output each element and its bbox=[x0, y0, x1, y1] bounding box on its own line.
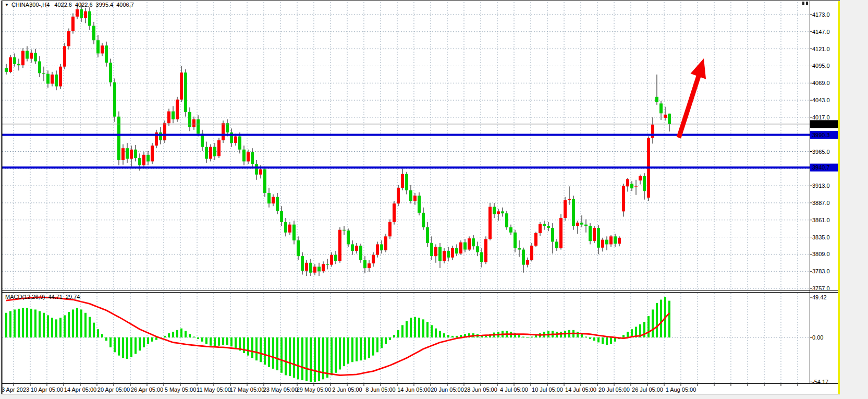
ohlc-close: 4006.7 bbox=[116, 2, 134, 8]
chart-title: ▼CHINA300-,H44022.64022.63995.44006.7 bbox=[5, 2, 137, 8]
chart-window: 4173.04147.04121.04095.04069.04043.04017… bbox=[0, 0, 868, 399]
svg-text:3861.0: 3861.0 bbox=[812, 217, 830, 223]
svg-text:20 Jun 05:00: 20 Jun 05:00 bbox=[431, 386, 464, 393]
svg-text:4043.0: 4043.0 bbox=[812, 97, 830, 103]
svg-text:49.42: 49.42 bbox=[812, 294, 827, 300]
svg-text:1 Aug 05:00: 1 Aug 05:00 bbox=[666, 386, 696, 393]
svg-text:8 Jun 05:00: 8 Jun 05:00 bbox=[365, 386, 396, 393]
svg-text:14 Jul 05:00: 14 Jul 05:00 bbox=[565, 386, 596, 393]
svg-text:20 Apr 05:00: 20 Apr 05:00 bbox=[97, 386, 130, 393]
svg-text:4006.7: 4006.7 bbox=[812, 121, 830, 127]
svg-text:3 Apr 2023: 3 Apr 2023 bbox=[2, 386, 29, 393]
current-price-box: 4006.7 bbox=[810, 120, 838, 128]
svg-text:20 Jul 05:00: 20 Jul 05:00 bbox=[598, 386, 630, 393]
svg-text:4095.0: 4095.0 bbox=[812, 63, 830, 69]
svg-text:28 Jun 05:00: 28 Jun 05:00 bbox=[464, 386, 497, 393]
level-price-box-3940.7: 3940.7 bbox=[810, 164, 838, 172]
svg-text:3809.0: 3809.0 bbox=[812, 251, 830, 257]
ohlc-high: 4022.6 bbox=[75, 2, 93, 8]
macd-indicator-label: MACD(12,26,9)44.7129.74 bbox=[5, 294, 83, 300]
svg-text:3913.0: 3913.0 bbox=[812, 183, 830, 189]
active-window-edge bbox=[838, 1, 840, 394]
svg-text:3783.0: 3783.0 bbox=[812, 268, 830, 274]
svg-text:14 Apr 05:00: 14 Apr 05:00 bbox=[64, 386, 96, 393]
svg-text:4173.0: 4173.0 bbox=[812, 11, 830, 18]
svg-text:2 Jun 05:00: 2 Jun 05:00 bbox=[332, 386, 362, 393]
svg-text:29 May 05:00: 29 May 05:00 bbox=[297, 386, 332, 393]
svg-text:4 Jul 05:00: 4 Jul 05:00 bbox=[500, 386, 528, 393]
svg-text:10 Apr 05:00: 10 Apr 05:00 bbox=[31, 386, 63, 393]
svg-text:3835.0: 3835.0 bbox=[812, 234, 830, 240]
svg-text:4069.0: 4069.0 bbox=[812, 80, 830, 86]
svg-text:26 Apr 05:00: 26 Apr 05:00 bbox=[131, 386, 163, 393]
macd-value-main: 44.71 bbox=[48, 294, 63, 300]
macd-value-signal: 29.74 bbox=[66, 294, 80, 300]
svg-text:4121.0: 4121.0 bbox=[812, 46, 830, 52]
svg-text:4147.0: 4147.0 bbox=[812, 29, 830, 35]
svg-text:3757.0: 3757.0 bbox=[812, 285, 830, 292]
svg-text:11 May 05:00: 11 May 05:00 bbox=[197, 386, 231, 393]
svg-text:14 Jun 05:00: 14 Jun 05:00 bbox=[397, 386, 431, 393]
svg-text:4017.0: 4017.0 bbox=[812, 114, 830, 120]
svg-text:23 May 05:00: 23 May 05:00 bbox=[263, 386, 298, 393]
svg-text:3990.3: 3990.3 bbox=[812, 132, 830, 138]
macd-name: MACD(12,26,9) bbox=[5, 294, 45, 300]
svg-text:5 May 05:00: 5 May 05:00 bbox=[165, 386, 197, 393]
symbol-dropdown-icon[interactable]: ▼ bbox=[5, 3, 9, 7]
svg-text:-54.17: -54.17 bbox=[812, 379, 828, 385]
chart-canvas[interactable]: 4173.04147.04121.04095.04069.04043.04017… bbox=[0, 0, 868, 399]
svg-text:3940.7: 3940.7 bbox=[812, 164, 830, 171]
svg-text:0.00: 0.00 bbox=[812, 334, 823, 341]
symbol-period-label: CHINA300-,H4 bbox=[11, 2, 50, 8]
svg-text:10 Jul 05:00: 10 Jul 05:00 bbox=[532, 386, 563, 393]
svg-text:17 May 05:00: 17 May 05:00 bbox=[230, 386, 265, 393]
ohlc-open: 4022.6 bbox=[54, 2, 72, 8]
level-price-box-3990.3: 3990.3 bbox=[810, 131, 838, 139]
ohlc-low: 3995.4 bbox=[96, 2, 114, 8]
svg-text:3965.0: 3965.0 bbox=[812, 149, 830, 155]
svg-text:26 Jul 05:00: 26 Jul 05:00 bbox=[632, 386, 663, 393]
svg-text:3887.0: 3887.0 bbox=[812, 200, 830, 206]
